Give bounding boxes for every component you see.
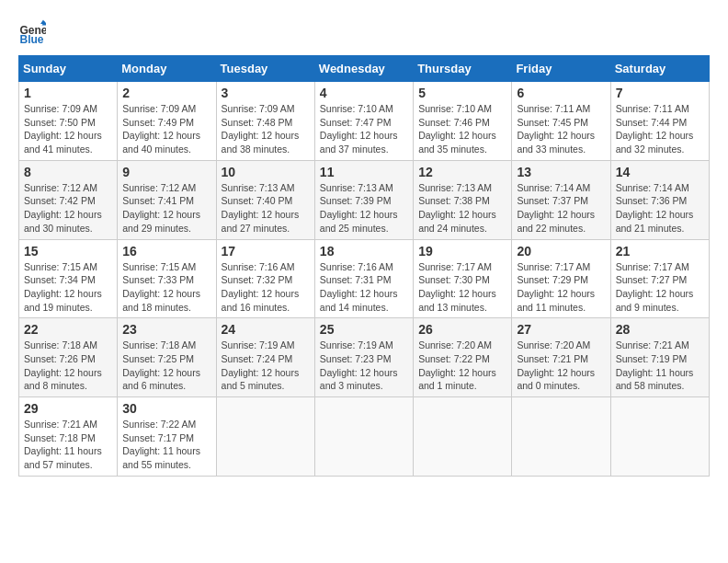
calendar-week-3: 15Sunrise: 7:15 AMSunset: 7:34 PMDayligh… [19, 239, 710, 318]
day-number: 4 [320, 86, 408, 100]
calendar-header: SundayMondayTuesdayWednesdayThursdayFrid… [19, 56, 710, 82]
header-cell-sunday: Sunday [19, 56, 118, 82]
day-number: 18 [320, 244, 408, 259]
day-detail: Sunrise: 7:18 AMSunset: 7:26 PMDaylight:… [24, 339, 112, 393]
day-number: 10 [222, 165, 310, 179]
day-detail: Sunrise: 7:12 AMSunset: 7:41 PMDaylight:… [122, 181, 210, 236]
calendar-cell: 18Sunrise: 7:16 AMSunset: 7:31 PMDayligh… [314, 239, 413, 318]
day-detail: Sunrise: 7:15 AMSunset: 7:34 PMDaylight:… [24, 260, 112, 315]
day-number: 15 [24, 244, 112, 259]
header-cell-saturday: Saturday [610, 56, 709, 82]
calendar-cell: 2Sunrise: 7:09 AMSunset: 7:49 PMDaylight… [118, 82, 216, 161]
calendar-cell: 13Sunrise: 7:14 AMSunset: 7:37 PMDayligh… [512, 160, 610, 239]
calendar-body: 1Sunrise: 7:09 AMSunset: 7:50 PMDaylight… [19, 82, 710, 477]
day-number: 9 [122, 165, 210, 179]
calendar-cell: 17Sunrise: 7:16 AMSunset: 7:32 PMDayligh… [216, 239, 314, 318]
day-number: 24 [222, 322, 310, 337]
day-detail: Sunrise: 7:16 AMSunset: 7:32 PMDaylight:… [222, 260, 310, 315]
header: General Blue [18, 18, 710, 46]
calendar-cell: 11Sunrise: 7:13 AMSunset: 7:39 PMDayligh… [314, 160, 413, 239]
day-number: 13 [517, 165, 605, 179]
calendar-cell: 7Sunrise: 7:11 AMSunset: 7:44 PMDaylight… [610, 82, 709, 161]
day-detail: Sunrise: 7:17 AMSunset: 7:27 PMDaylight:… [616, 260, 704, 315]
day-number: 28 [616, 322, 704, 337]
day-number: 27 [517, 322, 605, 337]
day-number: 2 [122, 86, 210, 100]
day-detail: Sunrise: 7:17 AMSunset: 7:29 PMDaylight:… [517, 260, 605, 315]
calendar-cell: 6Sunrise: 7:11 AMSunset: 7:45 PMDaylight… [512, 82, 610, 161]
day-detail: Sunrise: 7:12 AMSunset: 7:42 PMDaylight:… [24, 181, 112, 236]
day-detail: Sunrise: 7:10 AMSunset: 7:46 PMDaylight:… [418, 102, 506, 156]
day-number: 11 [320, 165, 408, 179]
calendar-cell: 9Sunrise: 7:12 AMSunset: 7:41 PMDaylight… [118, 160, 216, 239]
svg-text:Blue: Blue [20, 33, 44, 46]
calendar-cell [414, 397, 512, 477]
day-detail: Sunrise: 7:09 AMSunset: 7:48 PMDaylight:… [222, 102, 310, 156]
header-cell-thursday: Thursday [414, 56, 512, 82]
day-detail: Sunrise: 7:18 AMSunset: 7:25 PMDaylight:… [122, 339, 210, 393]
calendar-week-1: 1Sunrise: 7:09 AMSunset: 7:50 PMDaylight… [19, 82, 710, 161]
day-detail: Sunrise: 7:13 AMSunset: 7:39 PMDaylight:… [320, 181, 408, 236]
day-number: 5 [418, 86, 506, 100]
day-detail: Sunrise: 7:17 AMSunset: 7:30 PMDaylight:… [418, 260, 506, 315]
calendar-cell: 15Sunrise: 7:15 AMSunset: 7:34 PMDayligh… [19, 239, 118, 318]
day-number: 29 [24, 401, 112, 416]
calendar-cell: 1Sunrise: 7:09 AMSunset: 7:50 PMDaylight… [19, 82, 118, 161]
day-detail: Sunrise: 7:09 AMSunset: 7:49 PMDaylight:… [122, 102, 210, 156]
header-cell-tuesday: Tuesday [216, 56, 314, 82]
day-detail: Sunrise: 7:15 AMSunset: 7:33 PMDaylight:… [122, 260, 210, 315]
header-cell-wednesday: Wednesday [314, 56, 413, 82]
calendar-cell [610, 397, 709, 477]
calendar-cell: 23Sunrise: 7:18 AMSunset: 7:25 PMDayligh… [118, 318, 216, 397]
day-number: 6 [517, 86, 605, 100]
day-number: 14 [616, 165, 704, 179]
day-detail: Sunrise: 7:16 AMSunset: 7:31 PMDaylight:… [320, 260, 408, 315]
calendar-cell: 16Sunrise: 7:15 AMSunset: 7:33 PMDayligh… [118, 239, 216, 318]
calendar-cell [216, 397, 314, 477]
calendar-week-2: 8Sunrise: 7:12 AMSunset: 7:42 PMDaylight… [19, 160, 710, 239]
header-cell-friday: Friday [512, 56, 610, 82]
calendar-cell: 22Sunrise: 7:18 AMSunset: 7:26 PMDayligh… [19, 318, 118, 397]
day-detail: Sunrise: 7:13 AMSunset: 7:38 PMDaylight:… [418, 181, 506, 236]
day-number: 23 [122, 322, 210, 337]
day-detail: Sunrise: 7:20 AMSunset: 7:22 PMDaylight:… [418, 339, 506, 393]
day-number: 16 [122, 244, 210, 259]
day-number: 12 [418, 165, 506, 179]
calendar-cell: 30Sunrise: 7:22 AMSunset: 7:17 PMDayligh… [118, 397, 216, 477]
day-number: 25 [320, 322, 408, 337]
day-detail: Sunrise: 7:19 AMSunset: 7:24 PMDaylight:… [222, 339, 310, 393]
day-detail: Sunrise: 7:13 AMSunset: 7:40 PMDaylight:… [222, 181, 310, 236]
day-number: 7 [616, 86, 704, 100]
calendar-week-5: 29Sunrise: 7:21 AMSunset: 7:18 PMDayligh… [19, 397, 710, 477]
calendar-week-4: 22Sunrise: 7:18 AMSunset: 7:26 PMDayligh… [19, 318, 710, 397]
day-number: 20 [517, 244, 605, 259]
day-detail: Sunrise: 7:11 AMSunset: 7:44 PMDaylight:… [616, 102, 704, 156]
logo: General Blue [18, 18, 50, 46]
day-detail: Sunrise: 7:09 AMSunset: 7:50 PMDaylight:… [24, 102, 112, 156]
day-number: 17 [222, 244, 310, 259]
day-number: 21 [616, 244, 704, 259]
calendar-cell: 19Sunrise: 7:17 AMSunset: 7:30 PMDayligh… [414, 239, 512, 318]
day-number: 22 [24, 322, 112, 337]
day-detail: Sunrise: 7:19 AMSunset: 7:23 PMDaylight:… [320, 339, 408, 393]
calendar-cell: 14Sunrise: 7:14 AMSunset: 7:36 PMDayligh… [610, 160, 709, 239]
calendar-cell: 21Sunrise: 7:17 AMSunset: 7:27 PMDayligh… [610, 239, 709, 318]
day-number: 26 [418, 322, 506, 337]
logo-icon: General Blue [18, 18, 46, 46]
calendar-cell: 12Sunrise: 7:13 AMSunset: 7:38 PMDayligh… [414, 160, 512, 239]
calendar-cell: 28Sunrise: 7:21 AMSunset: 7:19 PMDayligh… [610, 318, 709, 397]
calendar-cell [314, 397, 413, 477]
day-detail: Sunrise: 7:10 AMSunset: 7:47 PMDaylight:… [320, 102, 408, 156]
day-detail: Sunrise: 7:11 AMSunset: 7:45 PMDaylight:… [517, 102, 605, 156]
calendar-cell: 26Sunrise: 7:20 AMSunset: 7:22 PMDayligh… [414, 318, 512, 397]
header-row: SundayMondayTuesdayWednesdayThursdayFrid… [19, 56, 710, 82]
calendar-cell: 8Sunrise: 7:12 AMSunset: 7:42 PMDaylight… [19, 160, 118, 239]
calendar-cell: 3Sunrise: 7:09 AMSunset: 7:48 PMDaylight… [216, 82, 314, 161]
day-detail: Sunrise: 7:14 AMSunset: 7:37 PMDaylight:… [517, 181, 605, 236]
calendar-cell: 5Sunrise: 7:10 AMSunset: 7:46 PMDaylight… [414, 82, 512, 161]
day-number: 1 [24, 86, 112, 100]
calendar-cell: 27Sunrise: 7:20 AMSunset: 7:21 PMDayligh… [512, 318, 610, 397]
day-detail: Sunrise: 7:22 AMSunset: 7:17 PMDaylight:… [122, 418, 210, 472]
day-detail: Sunrise: 7:21 AMSunset: 7:19 PMDaylight:… [616, 339, 704, 393]
day-number: 3 [222, 86, 310, 100]
